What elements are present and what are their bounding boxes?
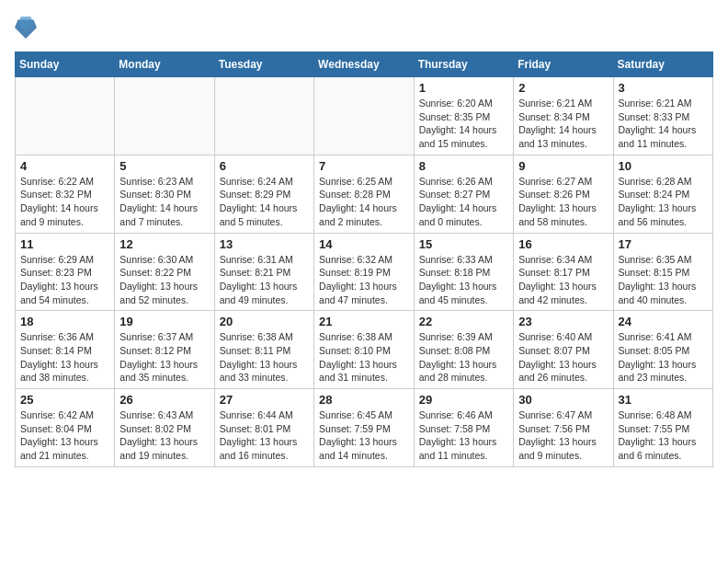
day-number: 10 bbox=[619, 159, 708, 173]
day-info: Sunrise: 6:23 AM Sunset: 8:30 PM Dayligh… bbox=[119, 175, 209, 229]
weekday-header-row: SundayMondayTuesdayWednesdayThursdayFrid… bbox=[16, 52, 713, 77]
day-info: Sunrise: 6:21 AM Sunset: 8:34 PM Dayligh… bbox=[518, 97, 608, 151]
calendar-cell: 1Sunrise: 6:20 AM Sunset: 8:35 PM Daylig… bbox=[414, 77, 513, 155]
day-number: 21 bbox=[319, 315, 409, 328]
day-info: Sunrise: 6:25 AM Sunset: 8:28 PM Dayligh… bbox=[319, 175, 409, 229]
day-info: Sunrise: 6:43 AM Sunset: 8:02 PM Dayligh… bbox=[119, 408, 209, 463]
day-number: 31 bbox=[619, 393, 708, 407]
day-info: Sunrise: 6:31 AM Sunset: 8:21 PM Dayligh… bbox=[220, 253, 309, 307]
logo bbox=[15, 15, 40, 40]
day-number: 15 bbox=[419, 237, 508, 251]
page-header bbox=[15, 15, 713, 40]
day-number: 25 bbox=[20, 393, 109, 407]
day-number: 5 bbox=[119, 159, 209, 173]
calendar-week-row: 11Sunrise: 6:29 AM Sunset: 8:23 PM Dayli… bbox=[16, 233, 713, 311]
calendar-cell: 18Sunrise: 6:36 AM Sunset: 8:14 PM Dayli… bbox=[16, 311, 115, 389]
calendar-cell: 17Sunrise: 6:35 AM Sunset: 8:15 PM Dayli… bbox=[613, 233, 712, 311]
day-number: 9 bbox=[518, 159, 608, 173]
day-info: Sunrise: 6:36 AM Sunset: 8:14 PM Dayligh… bbox=[20, 330, 109, 385]
day-number: 29 bbox=[419, 393, 508, 407]
day-number: 1 bbox=[419, 81, 508, 95]
calendar-cell bbox=[115, 77, 214, 155]
day-info: Sunrise: 6:38 AM Sunset: 8:11 PM Dayligh… bbox=[220, 330, 309, 385]
calendar-cell: 16Sunrise: 6:34 AM Sunset: 8:17 PM Dayli… bbox=[514, 233, 613, 311]
calendar-cell: 22Sunrise: 6:39 AM Sunset: 8:08 PM Dayli… bbox=[414, 311, 513, 389]
day-info: Sunrise: 6:41 AM Sunset: 8:05 PM Dayligh… bbox=[619, 330, 708, 385]
day-number: 19 bbox=[119, 315, 209, 328]
weekday-label: Monday bbox=[115, 52, 214, 77]
calendar-week-row: 25Sunrise: 6:42 AM Sunset: 8:04 PM Dayli… bbox=[16, 389, 713, 467]
day-info: Sunrise: 6:47 AM Sunset: 7:56 PM Dayligh… bbox=[518, 408, 608, 463]
day-number: 7 bbox=[319, 159, 409, 173]
day-number: 18 bbox=[20, 315, 109, 328]
calendar-cell: 9Sunrise: 6:27 AM Sunset: 8:26 PM Daylig… bbox=[514, 155, 613, 233]
calendar-cell: 8Sunrise: 6:26 AM Sunset: 8:27 PM Daylig… bbox=[414, 155, 513, 233]
day-info: Sunrise: 6:37 AM Sunset: 8:12 PM Dayligh… bbox=[119, 330, 209, 385]
day-number: 27 bbox=[220, 393, 309, 407]
calendar-cell: 21Sunrise: 6:38 AM Sunset: 8:10 PM Dayli… bbox=[314, 311, 415, 389]
day-info: Sunrise: 6:20 AM Sunset: 8:35 PM Dayligh… bbox=[419, 97, 508, 151]
day-number: 17 bbox=[619, 237, 708, 251]
calendar-week-row: 1Sunrise: 6:20 AM Sunset: 8:35 PM Daylig… bbox=[16, 77, 713, 155]
calendar-cell: 25Sunrise: 6:42 AM Sunset: 8:04 PM Dayli… bbox=[16, 389, 115, 467]
weekday-label: Wednesday bbox=[314, 52, 415, 77]
calendar-cell: 7Sunrise: 6:25 AM Sunset: 8:28 PM Daylig… bbox=[314, 155, 415, 233]
day-info: Sunrise: 6:33 AM Sunset: 8:18 PM Dayligh… bbox=[419, 253, 508, 307]
calendar-cell: 27Sunrise: 6:44 AM Sunset: 8:01 PM Dayli… bbox=[214, 389, 313, 467]
calendar-cell: 30Sunrise: 6:47 AM Sunset: 7:56 PM Dayli… bbox=[514, 389, 613, 467]
calendar-cell: 26Sunrise: 6:43 AM Sunset: 8:02 PM Dayli… bbox=[115, 389, 214, 467]
day-info: Sunrise: 6:44 AM Sunset: 8:01 PM Dayligh… bbox=[220, 408, 309, 463]
calendar-cell: 11Sunrise: 6:29 AM Sunset: 8:23 PM Dayli… bbox=[16, 233, 115, 311]
day-info: Sunrise: 6:38 AM Sunset: 8:10 PM Dayligh… bbox=[319, 330, 409, 385]
day-info: Sunrise: 6:42 AM Sunset: 8:04 PM Dayligh… bbox=[20, 408, 109, 463]
day-info: Sunrise: 6:45 AM Sunset: 7:59 PM Dayligh… bbox=[319, 408, 409, 463]
calendar-cell: 5Sunrise: 6:23 AM Sunset: 8:30 PM Daylig… bbox=[115, 155, 214, 233]
weekday-label: Saturday bbox=[613, 52, 712, 77]
calendar-cell: 13Sunrise: 6:31 AM Sunset: 8:21 PM Dayli… bbox=[214, 233, 313, 311]
day-number: 20 bbox=[220, 315, 309, 328]
day-number: 3 bbox=[619, 81, 708, 95]
day-number: 16 bbox=[518, 237, 608, 251]
day-info: Sunrise: 6:48 AM Sunset: 7:55 PM Dayligh… bbox=[619, 408, 708, 463]
calendar-cell: 29Sunrise: 6:46 AM Sunset: 7:58 PM Dayli… bbox=[414, 389, 513, 467]
calendar: SundayMondayTuesdayWednesdayThursdayFrid… bbox=[15, 52, 713, 467]
day-number: 13 bbox=[220, 237, 309, 251]
day-number: 22 bbox=[419, 315, 508, 328]
calendar-body: 1Sunrise: 6:20 AM Sunset: 8:35 PM Daylig… bbox=[16, 77, 713, 467]
day-number: 12 bbox=[119, 237, 209, 251]
day-number: 6 bbox=[220, 159, 309, 173]
day-info: Sunrise: 6:21 AM Sunset: 8:33 PM Dayligh… bbox=[619, 97, 708, 151]
day-info: Sunrise: 6:34 AM Sunset: 8:17 PM Dayligh… bbox=[518, 253, 608, 307]
calendar-cell: 14Sunrise: 6:32 AM Sunset: 8:19 PM Dayli… bbox=[314, 233, 415, 311]
day-number: 23 bbox=[518, 315, 608, 328]
weekday-label: Tuesday bbox=[214, 52, 313, 77]
day-info: Sunrise: 6:46 AM Sunset: 7:58 PM Dayligh… bbox=[419, 408, 508, 463]
weekday-label: Sunday bbox=[16, 52, 115, 77]
day-number: 26 bbox=[119, 393, 209, 407]
weekday-label: Thursday bbox=[414, 52, 513, 77]
calendar-cell: 23Sunrise: 6:40 AM Sunset: 8:07 PM Dayli… bbox=[514, 311, 613, 389]
calendar-cell bbox=[314, 77, 415, 155]
calendar-cell: 6Sunrise: 6:24 AM Sunset: 8:29 PM Daylig… bbox=[214, 155, 313, 233]
day-number: 8 bbox=[419, 159, 508, 173]
calendar-cell bbox=[16, 77, 115, 155]
day-info: Sunrise: 6:24 AM Sunset: 8:29 PM Dayligh… bbox=[220, 175, 309, 229]
logo-icon bbox=[15, 15, 37, 40]
calendar-cell: 2Sunrise: 6:21 AM Sunset: 8:34 PM Daylig… bbox=[514, 77, 613, 155]
calendar-cell: 28Sunrise: 6:45 AM Sunset: 7:59 PM Dayli… bbox=[314, 389, 415, 467]
day-number: 2 bbox=[518, 81, 608, 95]
day-info: Sunrise: 6:29 AM Sunset: 8:23 PM Dayligh… bbox=[20, 253, 109, 307]
day-number: 11 bbox=[20, 237, 109, 251]
calendar-cell: 19Sunrise: 6:37 AM Sunset: 8:12 PM Dayli… bbox=[115, 311, 214, 389]
calendar-cell: 20Sunrise: 6:38 AM Sunset: 8:11 PM Dayli… bbox=[214, 311, 313, 389]
calendar-cell: 3Sunrise: 6:21 AM Sunset: 8:33 PM Daylig… bbox=[613, 77, 712, 155]
day-info: Sunrise: 6:39 AM Sunset: 8:08 PM Dayligh… bbox=[419, 330, 508, 385]
day-number: 28 bbox=[319, 393, 409, 407]
day-number: 14 bbox=[319, 237, 409, 251]
calendar-week-row: 4Sunrise: 6:22 AM Sunset: 8:32 PM Daylig… bbox=[16, 155, 713, 233]
calendar-cell: 31Sunrise: 6:48 AM Sunset: 7:55 PM Dayli… bbox=[613, 389, 712, 467]
weekday-label: Friday bbox=[514, 52, 613, 77]
day-info: Sunrise: 6:22 AM Sunset: 8:32 PM Dayligh… bbox=[20, 175, 109, 229]
calendar-cell: 15Sunrise: 6:33 AM Sunset: 8:18 PM Dayli… bbox=[414, 233, 513, 311]
calendar-cell: 12Sunrise: 6:30 AM Sunset: 8:22 PM Dayli… bbox=[115, 233, 214, 311]
